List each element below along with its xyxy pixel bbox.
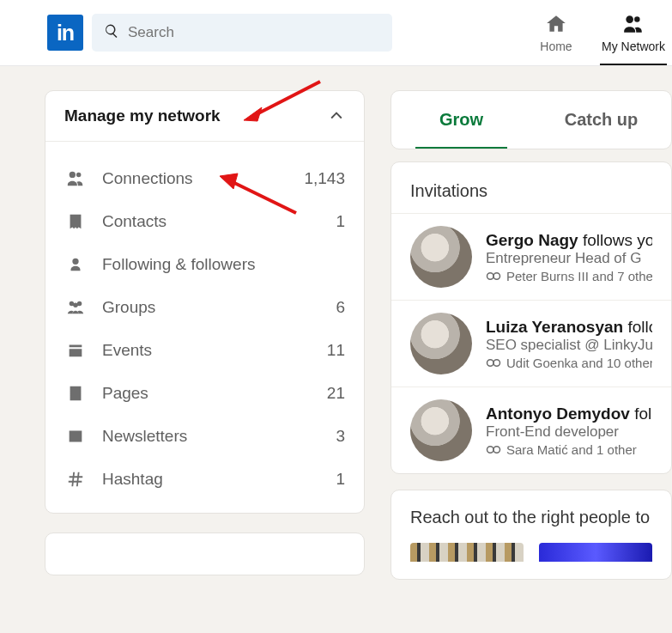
sidebar-item-count: 1,143 bbox=[304, 169, 345, 188]
sidebar-item-following[interactable]: Following & followers bbox=[45, 243, 364, 286]
sidebar-item-pages[interactable]: Pages 21 bbox=[45, 372, 364, 415]
invitation-row[interactable]: Luiza Yeranosyan follow SEO specialist @… bbox=[391, 300, 671, 386]
invitation-headline: Gergo Nagy follows you bbox=[486, 231, 652, 250]
mutual-connections-icon bbox=[486, 269, 501, 283]
invitations-card: Invitations Gergo Nagy follows you Entre… bbox=[390, 161, 672, 474]
sidebar-item-count: 1 bbox=[336, 470, 345, 489]
reach-out-image[interactable] bbox=[410, 543, 524, 562]
main-content: Manage my network Connections 1,143 Cont… bbox=[0, 66, 672, 580]
invitation-row[interactable]: Antonyo Demydov follo Front-End develope… bbox=[391, 386, 671, 473]
sidebar-item-count: 3 bbox=[336, 427, 345, 446]
invitations-title: Invitations bbox=[391, 162, 671, 213]
sidebar-item-label: Contacts bbox=[102, 212, 320, 231]
search-input[interactable] bbox=[128, 24, 380, 41]
sidebar-item-label: Newsletters bbox=[102, 427, 320, 446]
people-icon bbox=[622, 13, 645, 38]
person-icon bbox=[64, 255, 87, 274]
avatar[interactable] bbox=[410, 313, 472, 374]
reach-out-title: Reach out to the right people to gr bbox=[410, 508, 652, 527]
sidebar-item-hashtag[interactable]: Hashtag 1 bbox=[45, 458, 364, 501]
search-icon bbox=[104, 23, 119, 42]
sidebar-item-label: Following & followers bbox=[102, 255, 330, 274]
svg-point-5 bbox=[493, 446, 500, 453]
mutual-connections-icon bbox=[486, 442, 501, 457]
mutual-connections-icon bbox=[486, 356, 501, 370]
sidebar-item-count: 21 bbox=[327, 384, 345, 403]
tab-catch-up[interactable]: Catch up bbox=[531, 91, 671, 149]
sidebar-item-count: 6 bbox=[336, 298, 345, 317]
sidebar-item-connections[interactable]: Connections 1,143 bbox=[45, 157, 364, 200]
manage-network-card: Manage my network Connections 1,143 Cont… bbox=[45, 90, 365, 514]
chevron-up-icon bbox=[328, 107, 345, 125]
nav-home[interactable]: Home bbox=[518, 0, 595, 65]
sidebar-item-count: 1 bbox=[336, 212, 345, 231]
building-icon bbox=[64, 384, 87, 403]
reach-out-card: Reach out to the right people to gr bbox=[390, 490, 672, 580]
svg-point-0 bbox=[487, 272, 494, 279]
sidebar-item-label: Events bbox=[102, 341, 312, 360]
svg-point-4 bbox=[487, 446, 494, 453]
nav-my-network[interactable]: My Network bbox=[595, 0, 672, 65]
tab-grow[interactable]: Grow bbox=[391, 91, 531, 149]
invitation-headline: Antonyo Demydov follo bbox=[486, 405, 652, 423]
connections-icon bbox=[64, 169, 87, 188]
sidebar-item-count: 11 bbox=[327, 341, 345, 360]
nav-my-network-label: My Network bbox=[602, 40, 665, 53]
svg-point-1 bbox=[493, 272, 500, 279]
sidebar-item-label: Pages bbox=[102, 384, 312, 403]
search-box[interactable] bbox=[92, 14, 392, 52]
sidebar-item-groups[interactable]: Groups 6 bbox=[45, 286, 364, 329]
invitation-subtitle: Front-End developer bbox=[486, 423, 652, 441]
invitation-subtitle: SEO specialist @ LinkyJuice bbox=[486, 337, 652, 354]
invitation-headline: Luiza Yeranosyan follow bbox=[486, 318, 652, 337]
sidebar-column: Manage my network Connections 1,143 Cont… bbox=[45, 90, 365, 580]
avatar[interactable] bbox=[410, 399, 472, 461]
manage-network-toggle[interactable]: Manage my network bbox=[45, 91, 364, 142]
manage-network-title: Manage my network bbox=[64, 107, 221, 125]
top-nav: in Home My Network bbox=[0, 0, 672, 66]
invitation-row[interactable]: Gergo Nagy follows you Entrepreneur Head… bbox=[391, 213, 671, 300]
sidebar-item-events[interactable]: Events 11 bbox=[45, 329, 364, 372]
nav-home-label: Home bbox=[540, 40, 572, 53]
right-column: Grow Catch up Invitations Gergo Nagy fol… bbox=[390, 90, 672, 580]
calendar-icon bbox=[64, 341, 87, 360]
avatar[interactable] bbox=[410, 226, 472, 288]
invitation-mutual: Sara Matić and 1 other bbox=[486, 442, 652, 457]
svg-point-3 bbox=[493, 359, 500, 366]
sidebar-item-newsletters[interactable]: Newsletters 3 bbox=[45, 415, 364, 458]
svg-point-2 bbox=[487, 359, 494, 366]
invitation-mutual: Udit Goenka and 10 others bbox=[486, 356, 652, 370]
groups-icon bbox=[64, 298, 87, 317]
sidebar-placeholder-card bbox=[45, 533, 365, 575]
sidebar-item-label: Hashtag bbox=[102, 470, 320, 489]
invitation-subtitle: Entrepreneur Head of G bbox=[486, 250, 652, 267]
reach-out-image[interactable] bbox=[539, 543, 652, 562]
contacts-icon bbox=[64, 212, 87, 231]
home-icon bbox=[545, 13, 567, 38]
sidebar-item-label: Groups bbox=[102, 298, 320, 317]
tabs-card: Grow Catch up bbox=[390, 90, 672, 149]
linkedin-logo[interactable]: in bbox=[47, 15, 83, 51]
invitation-mutual: Peter Burns III and 7 others bbox=[486, 269, 652, 283]
sidebar-item-label: Connections bbox=[102, 169, 288, 188]
sidebar-item-contacts[interactable]: Contacts 1 bbox=[45, 200, 364, 243]
hashtag-icon bbox=[64, 470, 87, 489]
newsletter-icon bbox=[64, 427, 87, 446]
